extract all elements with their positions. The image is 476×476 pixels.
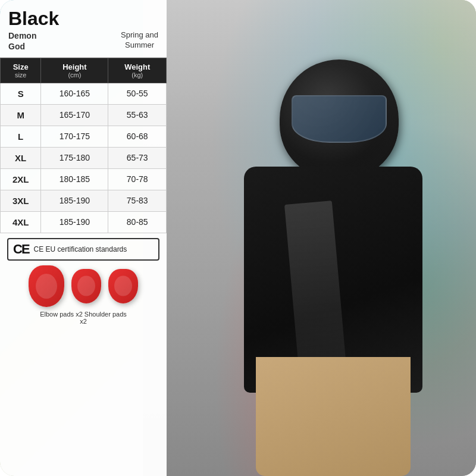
- pants: [256, 357, 411, 476]
- cell-height: 160-165: [41, 83, 108, 104]
- cell-weight: 50-55: [108, 83, 167, 104]
- cell-height: 185-190: [41, 211, 108, 233]
- info-panel: Black DemonGod Spring andSummer Sizesize…: [0, 0, 167, 476]
- cell-size: 4XL: [1, 211, 41, 233]
- cell-size: 2XL: [1, 168, 41, 190]
- table-row: XL175-18065-73: [1, 147, 167, 168]
- col-header-height: Height(cm): [41, 58, 108, 83]
- cell-height: 175-180: [41, 147, 108, 168]
- cell-height: 180-185: [41, 168, 108, 190]
- cell-weight: 80-85: [108, 211, 167, 233]
- jacket-stripe: [284, 201, 346, 371]
- product-page: Black DemonGod Spring andSummer Sizesize…: [0, 0, 476, 476]
- shoulder-pad-left: [71, 269, 101, 303]
- subtitle-left: DemonGod: [8, 30, 36, 52]
- cell-weight: 55-63: [108, 104, 167, 126]
- subtitle-row: DemonGod Spring andSummer: [8, 30, 158, 52]
- col-subheader-weight: (kg): [111, 71, 164, 79]
- table-row: 2XL180-18570-78: [1, 168, 167, 190]
- subtitle-right: Spring andSummer: [121, 30, 158, 52]
- table-row: 4XL185-19080-85: [1, 211, 167, 233]
- cell-size: 3XL: [1, 190, 41, 211]
- cell-weight: 75-83: [108, 190, 167, 211]
- table-row: 3XL185-19075-83: [1, 190, 167, 211]
- col-subheader-height: (cm): [43, 71, 105, 79]
- col-header-weight: Weight(kg): [108, 58, 167, 83]
- cell-height: 165-170: [41, 104, 108, 126]
- visor: [292, 95, 387, 143]
- col-header-size: Sizesize: [1, 58, 41, 83]
- cell-height: 185-190: [41, 190, 108, 211]
- cell-size: S: [1, 83, 41, 104]
- cell-weight: 60-68: [108, 126, 167, 147]
- cell-size: M: [1, 104, 41, 126]
- cell-size: L: [1, 126, 41, 147]
- size-table: Sizesize Height(cm) Weight(kg) S160-1655…: [0, 58, 167, 233]
- elbow-pad-left: [29, 265, 64, 307]
- ce-text: CE EU certification standards: [34, 245, 127, 253]
- cell-weight: 65-73: [108, 147, 167, 168]
- ce-logo: CE: [13, 243, 29, 256]
- cell-weight: 70-78: [108, 168, 167, 190]
- cell-size: XL: [1, 147, 41, 168]
- col-subheader-size: size: [3, 71, 38, 79]
- product-title: Black: [8, 8, 158, 29]
- table-row: S160-16550-55: [1, 83, 167, 104]
- ce-section: CE CE EU certification standards: [7, 238, 159, 261]
- shoulder-pad-right: [108, 269, 138, 303]
- table-row: M165-17055-63: [1, 104, 167, 126]
- table-row: L170-17560-68: [1, 126, 167, 147]
- pads-row: [29, 265, 138, 307]
- helmet: [280, 60, 399, 178]
- photo-background: [143, 0, 476, 476]
- pads-label: Elbow pads x2 Shoulder padsx2: [40, 311, 127, 325]
- rider-figure: [208, 48, 458, 476]
- header-section: Black DemonGod Spring andSummer: [0, 0, 167, 58]
- pads-section: Elbow pads x2 Shoulder padsx2: [7, 265, 159, 325]
- cell-height: 170-175: [41, 126, 108, 147]
